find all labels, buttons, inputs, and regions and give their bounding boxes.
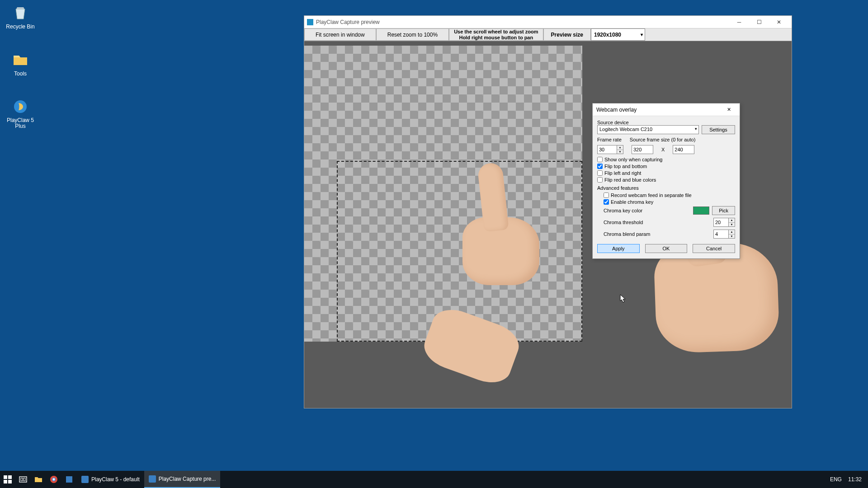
- flip-red-blue-checkbox[interactable]: Flip red and blue colors: [597, 177, 735, 183]
- svg-point-10: [53, 479, 55, 481]
- svg-rect-6: [21, 478, 23, 481]
- svg-rect-7: [24, 478, 25, 481]
- chroma-blend-label: Chroma blend param: [604, 231, 711, 237]
- webcam-overlay-preview: [462, 217, 580, 335]
- desktop-icon-label: Recycle Bin: [5, 23, 36, 30]
- enable-chroma-checkbox[interactable]: Enable chroma key: [604, 199, 735, 205]
- task-view-button[interactable]: [15, 471, 31, 488]
- frame-rate-input[interactable]: ▲▼: [597, 145, 623, 154]
- advanced-features-label: Advanced features: [597, 185, 735, 191]
- folder-icon: [11, 51, 29, 69]
- source-device-select[interactable]: Logitech Webcam C210: [597, 125, 699, 134]
- desktop-icon-label: Tools: [5, 70, 36, 77]
- taskbar-task-playclaw[interactable]: PlayClaw 5 - default: [77, 471, 144, 488]
- dialog-titlebar[interactable]: Webcam overlay ✕: [593, 103, 740, 116]
- source-device-label: Source device: [597, 120, 735, 125]
- spin-up-icon[interactable]: ▲: [729, 218, 735, 223]
- webcam-live-overlay: [653, 236, 868, 488]
- pick-color-button[interactable]: Pick: [712, 206, 735, 215]
- start-button[interactable]: [0, 471, 15, 488]
- system-tray[interactable]: ENG 11:32: [824, 471, 868, 488]
- tray-language[interactable]: ENG: [830, 476, 842, 483]
- app-icon: [307, 19, 313, 25]
- svg-rect-1: [4, 475, 7, 479]
- recycle-bin-icon: [11, 4, 29, 22]
- preview-size-select[interactable]: 868x488: [591, 28, 645, 41]
- show-only-capturing-checkbox[interactable]: Show only when capturing: [597, 157, 735, 162]
- spin-up-icon[interactable]: ▲: [729, 230, 735, 235]
- webcam-overlay-dialog: Webcam overlay ✕ Source device Logitech …: [592, 103, 740, 259]
- settings-button[interactable]: Settings: [702, 125, 735, 134]
- taskbar-task-capture-preview[interactable]: PlayClaw Capture pre...: [144, 471, 221, 488]
- pinned-app-button[interactable]: [61, 471, 77, 488]
- task-icon: [149, 475, 156, 483]
- ok-button[interactable]: OK: [645, 244, 688, 253]
- cancel-button[interactable]: Cancel: [693, 244, 735, 253]
- svg-rect-4: [8, 480, 12, 483]
- spin-up-icon[interactable]: ▲: [617, 145, 623, 150]
- apply-button[interactable]: Apply: [597, 244, 640, 253]
- svg-rect-3: [4, 480, 7, 483]
- preview-toolbar: Fit screen in window Reset zoom to 100% …: [304, 28, 792, 41]
- close-button[interactable]: ✕: [769, 16, 789, 28]
- window-titlebar[interactable]: PlayClaw Capture preview ─ ☐ ✕: [304, 16, 792, 28]
- record-separate-checkbox[interactable]: Record webcam feed in separate file: [604, 192, 735, 198]
- frame-rate-label: Frame rate: [597, 137, 622, 142]
- playclaw-icon: [11, 98, 29, 116]
- taskbar: PlayClaw 5 - default PlayClaw Capture pr…: [0, 471, 868, 488]
- minimize-button[interactable]: ─: [729, 16, 749, 28]
- chroma-blend-input[interactable]: ▲▼: [713, 230, 735, 239]
- maximize-button[interactable]: ☐: [749, 16, 769, 28]
- chroma-color-swatch[interactable]: [693, 206, 709, 215]
- chroma-threshold-label: Chroma threshold: [604, 220, 711, 225]
- zoom-hint: Use the scroll wheel to adjust zoom Hold…: [449, 28, 543, 41]
- file-explorer-button[interactable]: [31, 471, 46, 488]
- chrome-button[interactable]: [46, 471, 61, 488]
- flip-left-right-checkbox[interactable]: Flip left and right: [597, 170, 735, 176]
- preview-size-label: Preview size: [543, 28, 591, 41]
- spin-down-icon[interactable]: ▼: [617, 150, 623, 154]
- reset-zoom-button[interactable]: Reset zoom to 100%: [376, 28, 449, 41]
- tray-clock[interactable]: 11:32: [848, 476, 862, 483]
- svg-rect-2: [8, 475, 12, 479]
- desktop-icon-playclaw[interactable]: PlayClaw 5 Plus: [5, 98, 36, 129]
- svg-rect-5: [19, 477, 27, 482]
- svg-rect-11: [66, 476, 72, 483]
- size-separator: X: [661, 147, 665, 152]
- source-size-label: Source frame size (0 for auto): [630, 137, 735, 142]
- chroma-threshold-input[interactable]: ▲▼: [713, 218, 735, 227]
- source-height-input[interactable]: [673, 145, 694, 154]
- dialog-title: Webcam overlay: [596, 107, 722, 113]
- source-width-input[interactable]: [632, 145, 653, 154]
- fit-screen-button[interactable]: Fit screen in window: [304, 28, 376, 41]
- dialog-close-button[interactable]: ✕: [722, 104, 736, 116]
- desktop-icon-label: PlayClaw 5 Plus: [5, 117, 36, 129]
- task-icon: [81, 476, 89, 483]
- chroma-color-label: Chroma key color: [604, 208, 690, 213]
- window-title: PlayClaw Capture preview: [316, 19, 729, 25]
- flip-top-bottom-checkbox[interactable]: Flip top and bottom: [597, 164, 735, 169]
- spin-down-icon[interactable]: ▼: [729, 235, 735, 239]
- spin-down-icon[interactable]: ▼: [729, 223, 735, 227]
- desktop-icon-recycle-bin[interactable]: Recycle Bin: [5, 4, 36, 30]
- desktop-icon-tools[interactable]: Tools: [5, 51, 36, 77]
